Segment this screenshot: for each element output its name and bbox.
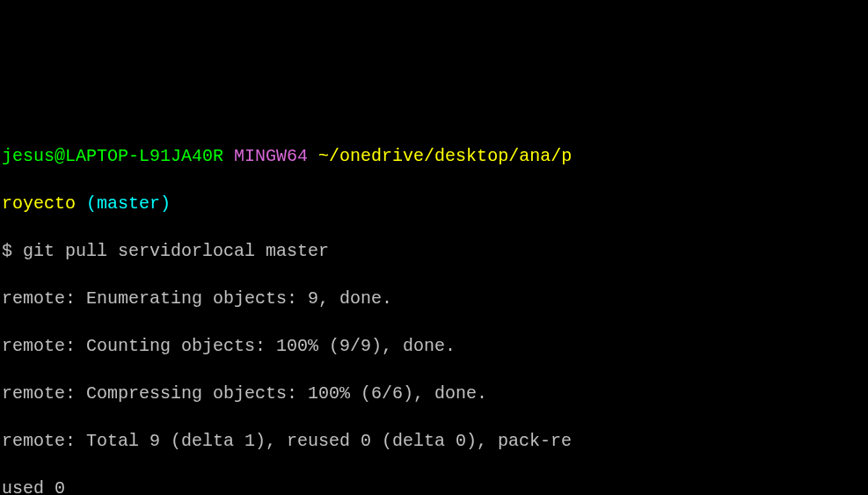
git-branch: (master) xyxy=(86,193,171,214)
prompt-symbol: $ xyxy=(2,241,23,261)
blank-line xyxy=(2,97,866,120)
prompt-line-1[interactable]: jesus@LAPTOP-L91JA40R MINGW64 ~/onedrive… xyxy=(2,144,866,168)
user-host: jesus@LAPTOP-L91JA40R xyxy=(2,146,223,166)
output-line: remote: Enumerating objects: 9, done. xyxy=(2,287,866,310)
output-line: remote: Compressing objects: 100% (6/6),… xyxy=(2,382,866,405)
output-line: remote: Counting objects: 100% (9/9), do… xyxy=(2,334,866,358)
command-line-1[interactable]: $ git pull servidorlocal master xyxy=(2,239,866,263)
prompt-line-1-wrap[interactable]: royecto (master) xyxy=(2,192,866,215)
cwd-path-part2: royecto xyxy=(2,193,76,214)
output-line: remote: Total 9 (delta 1), reused 0 (del… xyxy=(2,429,866,453)
command-text: git pull servidorlocal master xyxy=(23,241,329,261)
output-line: used 0 xyxy=(2,477,866,495)
cwd-path-part1: ~/onedrive/desktop/ana/p xyxy=(318,146,572,166)
shell-env: MINGW64 xyxy=(234,146,308,166)
